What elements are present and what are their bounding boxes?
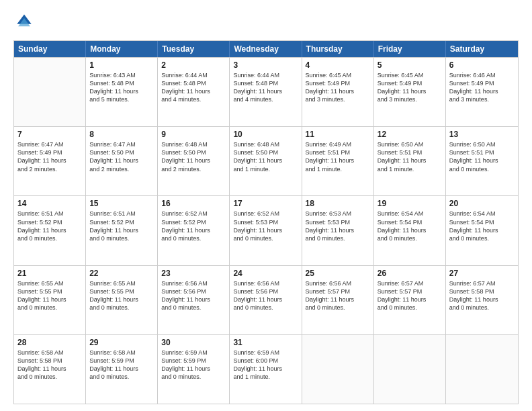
calendar-cell: 20Sunrise: 6:54 AM Sunset: 5:54 PM Dayli…	[446, 196, 518, 265]
logo-icon	[13, 12, 35, 34]
day-info: Sunrise: 6:50 AM Sunset: 5:51 PM Dayligh…	[449, 140, 515, 173]
calendar-header: SundayMondayTuesdayWednesdayThursdayFrid…	[14, 41, 518, 57]
day-info: Sunrise: 6:54 AM Sunset: 5:54 PM Dayligh…	[378, 210, 442, 242]
calendar-cell: 29Sunrise: 6:58 AM Sunset: 5:59 PM Dayli…	[86, 335, 158, 404]
calendar-cell: 15Sunrise: 6:51 AM Sunset: 5:52 PM Dayli…	[86, 196, 158, 265]
day-number: 20	[449, 199, 515, 208]
day-info: Sunrise: 6:56 AM Sunset: 5:57 PM Dayligh…	[306, 279, 370, 312]
day-number: 19	[378, 199, 442, 208]
calendar-cell: 27Sunrise: 6:57 AM Sunset: 5:58 PM Dayli…	[446, 266, 518, 334]
day-number: 7	[17, 130, 82, 139]
day-number: 15	[89, 199, 154, 208]
calendar-cell: 8Sunrise: 6:47 AM Sunset: 5:50 PM Daylig…	[86, 127, 158, 195]
day-info: Sunrise: 6:52 AM Sunset: 5:52 PM Dayligh…	[161, 210, 226, 242]
day-info: Sunrise: 6:51 AM Sunset: 5:52 PM Dayligh…	[89, 210, 154, 242]
day-info: Sunrise: 6:48 AM Sunset: 5:50 PM Dayligh…	[233, 140, 298, 173]
calendar-header-cell: Monday	[86, 41, 158, 57]
calendar-header-cell: Friday	[374, 41, 446, 57]
calendar-cell: 26Sunrise: 6:57 AM Sunset: 5:57 PM Dayli…	[374, 266, 446, 334]
calendar-cell: 14Sunrise: 6:51 AM Sunset: 5:52 PM Dayli…	[14, 196, 86, 265]
calendar-cell: 2Sunrise: 6:44 AM Sunset: 5:48 PM Daylig…	[158, 58, 230, 126]
calendar-cell	[374, 335, 446, 404]
calendar-cell: 30Sunrise: 6:59 AM Sunset: 5:59 PM Dayli…	[158, 335, 230, 404]
day-number: 11	[306, 130, 370, 139]
day-number: 31	[233, 338, 298, 347]
calendar-row: 1Sunrise: 6:43 AM Sunset: 5:48 PM Daylig…	[14, 57, 518, 126]
day-info: Sunrise: 6:58 AM Sunset: 5:59 PM Dayligh…	[89, 349, 154, 381]
calendar-cell: 22Sunrise: 6:55 AM Sunset: 5:55 PM Dayli…	[86, 266, 158, 334]
calendar-cell	[302, 335, 374, 404]
calendar-cell: 21Sunrise: 6:55 AM Sunset: 5:55 PM Dayli…	[14, 266, 86, 334]
calendar-cell: 10Sunrise: 6:48 AM Sunset: 5:50 PM Dayli…	[230, 127, 302, 195]
day-info: Sunrise: 6:47 AM Sunset: 5:50 PM Dayligh…	[89, 140, 154, 173]
day-info: Sunrise: 6:51 AM Sunset: 5:52 PM Dayligh…	[17, 210, 82, 242]
calendar-cell	[14, 58, 86, 126]
day-info: Sunrise: 6:57 AM Sunset: 5:57 PM Dayligh…	[378, 279, 442, 312]
day-number: 29	[89, 338, 154, 347]
day-info: Sunrise: 6:52 AM Sunset: 5:53 PM Dayligh…	[233, 210, 298, 242]
calendar-header-cell: Wednesday	[230, 41, 302, 57]
calendar-row: 7Sunrise: 6:47 AM Sunset: 5:49 PM Daylig…	[14, 126, 518, 195]
day-number: 23	[161, 269, 226, 278]
calendar-cell: 12Sunrise: 6:50 AM Sunset: 5:51 PM Dayli…	[374, 127, 446, 195]
calendar-cell: 11Sunrise: 6:49 AM Sunset: 5:51 PM Dayli…	[302, 127, 374, 195]
calendar-header-cell: Saturday	[446, 41, 518, 57]
calendar-header-cell: Thursday	[302, 41, 374, 57]
day-info: Sunrise: 6:47 AM Sunset: 5:49 PM Dayligh…	[17, 140, 82, 173]
calendar-cell: 4Sunrise: 6:45 AM Sunset: 5:49 PM Daylig…	[302, 58, 374, 126]
logo	[13, 12, 38, 34]
day-info: Sunrise: 6:44 AM Sunset: 5:48 PM Dayligh…	[233, 71, 298, 104]
day-info: Sunrise: 6:45 AM Sunset: 5:49 PM Dayligh…	[306, 71, 370, 104]
calendar-row: 14Sunrise: 6:51 AM Sunset: 5:52 PM Dayli…	[14, 195, 518, 265]
calendar-cell: 1Sunrise: 6:43 AM Sunset: 5:48 PM Daylig…	[86, 58, 158, 126]
day-info: Sunrise: 6:44 AM Sunset: 5:48 PM Dayligh…	[161, 71, 226, 104]
day-number: 13	[449, 130, 515, 139]
calendar-cell: 3Sunrise: 6:44 AM Sunset: 5:48 PM Daylig…	[230, 58, 302, 126]
day-info: Sunrise: 6:59 AM Sunset: 6:00 PM Dayligh…	[233, 349, 298, 381]
header	[13, 12, 519, 34]
day-info: Sunrise: 6:45 AM Sunset: 5:49 PM Dayligh…	[378, 71, 442, 104]
day-info: Sunrise: 6:50 AM Sunset: 5:51 PM Dayligh…	[378, 140, 442, 173]
day-info: Sunrise: 6:46 AM Sunset: 5:49 PM Dayligh…	[449, 71, 515, 104]
calendar-header-cell: Tuesday	[158, 41, 230, 57]
day-number: 25	[306, 269, 370, 278]
day-number: 4	[306, 60, 370, 70]
day-info: Sunrise: 6:58 AM Sunset: 5:58 PM Dayligh…	[17, 349, 82, 381]
day-info: Sunrise: 6:57 AM Sunset: 5:58 PM Dayligh…	[449, 279, 515, 312]
calendar-cell: 24Sunrise: 6:56 AM Sunset: 5:56 PM Dayli…	[230, 266, 302, 334]
day-number: 17	[233, 199, 298, 208]
day-number: 9	[161, 130, 226, 139]
calendar-cell: 31Sunrise: 6:59 AM Sunset: 6:00 PM Dayli…	[230, 335, 302, 404]
calendar-cell: 5Sunrise: 6:45 AM Sunset: 5:49 PM Daylig…	[374, 58, 446, 126]
day-info: Sunrise: 6:43 AM Sunset: 5:48 PM Dayligh…	[89, 71, 154, 104]
calendar-cell: 6Sunrise: 6:46 AM Sunset: 5:49 PM Daylig…	[446, 58, 518, 126]
day-number: 14	[17, 199, 82, 208]
calendar-cell: 16Sunrise: 6:52 AM Sunset: 5:52 PM Dayli…	[158, 196, 230, 265]
day-info: Sunrise: 6:56 AM Sunset: 5:56 PM Dayligh…	[233, 279, 298, 312]
day-number: 21	[17, 269, 82, 278]
calendar-cell: 28Sunrise: 6:58 AM Sunset: 5:58 PM Dayli…	[14, 335, 86, 404]
day-number: 2	[161, 60, 226, 70]
calendar-cell: 7Sunrise: 6:47 AM Sunset: 5:49 PM Daylig…	[14, 127, 86, 195]
calendar-header-cell: Sunday	[14, 41, 86, 57]
day-info: Sunrise: 6:48 AM Sunset: 5:50 PM Dayligh…	[161, 140, 226, 173]
calendar-cell: 23Sunrise: 6:56 AM Sunset: 5:56 PM Dayli…	[158, 266, 230, 334]
day-number: 1	[89, 60, 154, 70]
day-number: 28	[17, 338, 82, 347]
day-number: 18	[306, 199, 370, 208]
calendar-row: 28Sunrise: 6:58 AM Sunset: 5:58 PM Dayli…	[14, 334, 518, 404]
calendar-cell: 13Sunrise: 6:50 AM Sunset: 5:51 PM Dayli…	[446, 127, 518, 195]
calendar: SundayMondayTuesdayWednesdayThursdayFrid…	[13, 40, 519, 404]
day-number: 24	[233, 269, 298, 278]
calendar-cell: 18Sunrise: 6:53 AM Sunset: 5:53 PM Dayli…	[302, 196, 374, 265]
day-number: 22	[89, 269, 154, 278]
day-number: 5	[378, 60, 442, 70]
calendar-row: 21Sunrise: 6:55 AM Sunset: 5:55 PM Dayli…	[14, 265, 518, 334]
day-info: Sunrise: 6:49 AM Sunset: 5:51 PM Dayligh…	[306, 140, 370, 173]
calendar-cell: 17Sunrise: 6:52 AM Sunset: 5:53 PM Dayli…	[230, 196, 302, 265]
day-number: 26	[378, 269, 442, 278]
day-number: 12	[378, 130, 442, 139]
day-info: Sunrise: 6:55 AM Sunset: 5:55 PM Dayligh…	[89, 279, 154, 312]
calendar-cell	[446, 335, 518, 404]
calendar-cell: 9Sunrise: 6:48 AM Sunset: 5:50 PM Daylig…	[158, 127, 230, 195]
